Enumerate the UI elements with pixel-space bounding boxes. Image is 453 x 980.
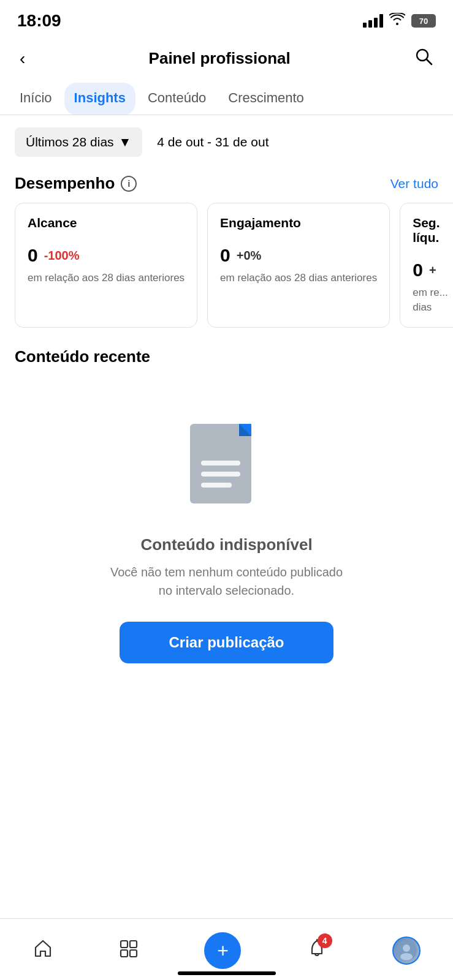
metric-cards-scroll: Alcance 0 -100% em relação aos 28 dias a… — [0, 203, 453, 342]
svg-rect-7 — [201, 483, 232, 488]
nav-profile[interactable] — [383, 932, 430, 970]
svg-rect-5 — [201, 461, 240, 466]
status-time: 18:09 — [17, 11, 61, 31]
metric-value-seg: 0 — [413, 260, 423, 281]
date-range-label: 4 de out - 31 de out — [157, 135, 268, 149]
metric-change-seg: + — [429, 263, 436, 277]
signal-icon — [363, 14, 383, 28]
tab-crescimento[interactable]: Crescimento — [218, 83, 313, 115]
criar-publicacao-button[interactable]: Criar publicação — [120, 622, 333, 663]
wifi-icon — [389, 13, 405, 29]
svg-point-14 — [403, 944, 410, 952]
metric-value-alcance: 0 — [28, 245, 38, 266]
date-filter-button[interactable]: Últimos 28 dias ▼ — [15, 127, 142, 157]
metric-subtitle-seg: em re...dias — [413, 285, 453, 315]
metric-card-title-seg: Seg.líqu. — [413, 216, 453, 245]
search-button[interactable] — [409, 44, 438, 73]
page-title: Painel profissional — [149, 49, 291, 68]
header: ‹ Painel profissional — [0, 37, 453, 83]
svg-rect-11 — [130, 950, 137, 957]
home-indicator-bar — [178, 971, 276, 975]
metric-card-title-engajamento: Engajamento — [220, 216, 377, 230]
svg-rect-9 — [130, 941, 137, 948]
tab-inicio[interactable]: Início — [10, 83, 62, 115]
tab-navigation: Início Insights Conteúdo Crescimento — [0, 83, 453, 115]
nav-home[interactable] — [23, 933, 63, 968]
profile-avatar — [392, 937, 421, 965]
nav-dashboard[interactable] — [108, 933, 149, 968]
nav-notifications[interactable]: 4 — [297, 933, 337, 968]
tab-insights[interactable]: Insights — [64, 83, 135, 115]
dashboard-icon — [118, 938, 139, 963]
status-icons: 70 — [363, 13, 436, 29]
plus-icon: + — [217, 941, 229, 960]
chevron-down-icon: ▼ — [119, 135, 132, 149]
back-button[interactable]: ‹ — [15, 47, 30, 71]
empty-state-title: Conteúdo indisponível — [140, 535, 312, 554]
recent-content-title: Conteúdo recente — [15, 347, 438, 366]
empty-state: Conteúdo indisponível Você não tem nenhu… — [0, 405, 453, 688]
info-icon[interactable]: i — [121, 176, 137, 192]
recent-content-section: Conteúdo recente — [0, 342, 453, 405]
empty-state-description: Você não tem nenhum conteúdo publicado n… — [104, 563, 349, 600]
battery-icon: 70 — [411, 14, 436, 28]
notification-badge: 4 — [318, 933, 332, 948]
ver-tudo-button[interactable]: Ver tudo — [390, 176, 438, 191]
metric-card-engajamento: Engajamento 0 +0% em relação aos 28 dias… — [207, 203, 390, 328]
metric-value-row-engajamento: 0 +0% — [220, 245, 377, 266]
metric-card-title-alcance: Alcance — [28, 216, 185, 230]
svg-point-15 — [400, 953, 413, 960]
metric-value-row-seg: 0 + — [413, 260, 453, 281]
empty-state-icon — [184, 418, 270, 518]
svg-rect-6 — [201, 472, 240, 477]
svg-rect-10 — [121, 950, 128, 957]
metric-value-row-alcance: 0 -100% — [28, 245, 185, 266]
home-icon — [32, 938, 53, 963]
performance-section-header: Desempenho i Ver tudo — [0, 169, 453, 203]
status-bar: 18:09 70 — [0, 0, 453, 37]
metric-value-engajamento: 0 — [220, 245, 230, 266]
filter-row: Últimos 28 dias ▼ 4 de out - 31 de out — [0, 115, 453, 169]
tab-conteudo[interactable]: Conteúdo — [138, 83, 216, 115]
performance-title: Desempenho i — [15, 174, 137, 193]
metric-card-seg: Seg.líqu. 0 + em re...dias — [400, 203, 453, 328]
svg-rect-8 — [121, 941, 128, 948]
nav-add[interactable]: + — [194, 927, 251, 974]
add-button[interactable]: + — [204, 932, 241, 969]
metric-change-engajamento: +0% — [237, 249, 262, 263]
home-indicator — [0, 969, 453, 980]
svg-line-1 — [427, 59, 432, 64]
metric-card-alcance: Alcance 0 -100% em relação aos 28 dias a… — [15, 203, 197, 328]
metric-subtitle-engajamento: em relação aos 28 dias anteriores — [220, 271, 377, 285]
metric-change-alcance: -100% — [44, 249, 80, 263]
metric-subtitle-alcance: em relação aos 28 dias anteriores — [28, 271, 185, 285]
